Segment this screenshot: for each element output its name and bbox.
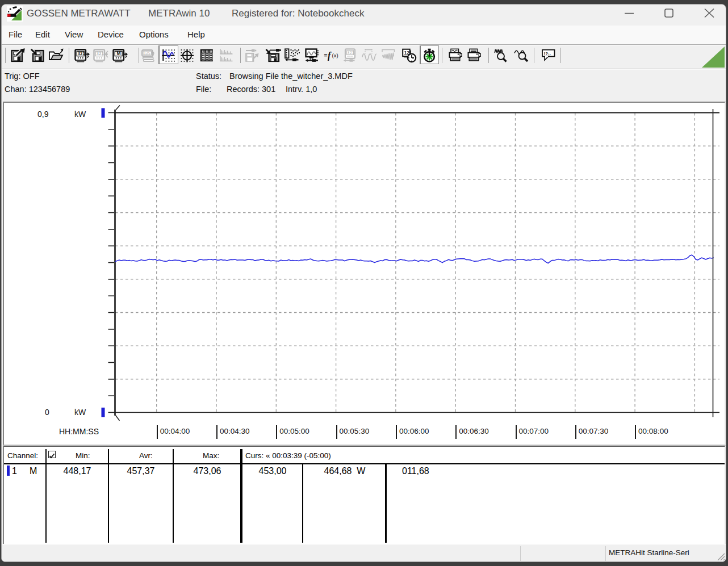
xy-view-button[interactable] bbox=[179, 48, 194, 63]
x-tick-00-05-30: 00:05:30 bbox=[336, 425, 370, 439]
toolbar-separator bbox=[442, 48, 442, 63]
file-interval: Intrv. 1,0 bbox=[286, 85, 317, 94]
menu-file[interactable]: File bbox=[9, 30, 22, 39]
desktop-background: GOSSEN METRAWATT METRAwin 10 Registered … bbox=[0, 0, 728, 566]
yt-chart-view-button[interactable] bbox=[161, 48, 175, 63]
cursor2-value: 464,68 bbox=[324, 466, 352, 476]
channel-mode: M bbox=[30, 466, 37, 476]
save-import-button[interactable] bbox=[30, 48, 44, 63]
trigger-value: OFF bbox=[23, 72, 40, 81]
y-axis-ticks bbox=[108, 113, 115, 413]
absolute-time-button[interactable]: 12 bbox=[401, 48, 417, 63]
app-brand: GOSSEN METRAWATT bbox=[27, 8, 131, 19]
channel-row-marker bbox=[7, 466, 10, 476]
device-settings-button[interactable]: 321 bbox=[342, 48, 357, 63]
histogram-view-button[interactable] bbox=[219, 48, 233, 63]
statusbar-divider bbox=[520, 546, 521, 561]
channel-number: 1 bbox=[12, 466, 17, 476]
cell-cursor1: 453,00 bbox=[242, 466, 303, 476]
channel-marker-top bbox=[102, 108, 105, 118]
resize-grip[interactable] bbox=[716, 552, 726, 561]
menu-device[interactable]: Device bbox=[98, 30, 124, 39]
svg-text:321: 321 bbox=[348, 51, 354, 55]
damped-wave-button[interactable] bbox=[380, 48, 396, 63]
channel-settings-button[interactable] bbox=[284, 48, 301, 63]
x-tick-label: 00:08:00 bbox=[638, 427, 668, 435]
file-status-value: Browsing File the_witcher_3.MDF bbox=[229, 72, 353, 81]
zoom-out-time-button[interactable] bbox=[513, 48, 528, 63]
relative-time-button[interactable] bbox=[422, 48, 437, 63]
menu-help[interactable]: Help bbox=[187, 30, 205, 39]
x-tick-00-04-00: 00:04:00 bbox=[157, 425, 190, 439]
cell-max: 473,06 bbox=[173, 466, 241, 476]
column-header-avr: Avr: bbox=[139, 451, 153, 460]
toolbar-separator bbox=[240, 48, 241, 63]
toolbar-separator bbox=[5, 48, 6, 63]
file-status-label: Status: bbox=[196, 72, 221, 81]
acquisition-status-panel bbox=[2, 69, 726, 101]
connected-device: METRAHit Starline-Seri bbox=[609, 548, 689, 557]
read-memory-button[interactable]: M bbox=[112, 48, 128, 63]
print-data-button[interactable] bbox=[467, 48, 482, 63]
x-tick-00-07-30: 00:07:30 bbox=[575, 425, 609, 439]
zoom-in-time-button[interactable] bbox=[493, 48, 508, 63]
print-chart-button[interactable] bbox=[448, 48, 463, 63]
channel-visible-checkbox[interactable] bbox=[48, 451, 56, 458]
x-tick-label: 00:05:30 bbox=[340, 427, 370, 435]
x-tick-label: 00:06:00 bbox=[399, 427, 429, 435]
file-label: File: bbox=[196, 85, 211, 94]
toolbar-separator bbox=[488, 48, 489, 63]
svg-text:(x): (x) bbox=[332, 52, 338, 58]
cell-cursor-delta: 011,68 bbox=[402, 466, 429, 476]
cell-cursor2: 464,68 W bbox=[304, 466, 386, 476]
x-tick-label: 00:04:00 bbox=[160, 427, 190, 435]
trigger-label: Trig: bbox=[5, 72, 20, 81]
x-tick-00-08-00: 00:08:00 bbox=[635, 425, 668, 439]
write-device-button[interactable]: 321 bbox=[93, 48, 109, 63]
cell-min: 448,17 bbox=[46, 466, 108, 476]
x-tick-00-05-00: 00:05:00 bbox=[276, 425, 309, 439]
menu-view[interactable]: View bbox=[65, 30, 83, 39]
record-to-file-button[interactable] bbox=[265, 48, 282, 63]
registered-for: Registered for: Notebookcheck bbox=[232, 8, 364, 19]
chart-plot[interactable] bbox=[4, 103, 725, 445]
brand-corner-triangle bbox=[702, 47, 725, 68]
toolbar-separator bbox=[139, 48, 139, 63]
statusbar-divider bbox=[605, 546, 606, 561]
x-tick-00-04-30: 00:04:30 bbox=[216, 425, 250, 439]
toolbar-separator bbox=[560, 48, 561, 63]
channels-label: Chan: bbox=[5, 85, 27, 94]
toolbar-separator bbox=[69, 48, 69, 63]
close-button[interactable] bbox=[703, 7, 716, 19]
x-tick-00-06-30: 00:06:30 bbox=[455, 425, 489, 439]
minimize-button[interactable] bbox=[623, 7, 635, 19]
export-file-button[interactable] bbox=[245, 48, 260, 63]
x-tick-label: 00:04:30 bbox=[220, 427, 250, 435]
notes-button[interactable]: !?:. bbox=[541, 48, 556, 63]
menu-edit[interactable]: Edit bbox=[35, 30, 50, 39]
save-export-button[interactable] bbox=[11, 48, 26, 63]
svg-text:M: M bbox=[117, 51, 121, 56]
x-tick-label: 00:07:30 bbox=[579, 427, 609, 435]
app-window: GOSSEN METRAWATT METRAwin 10 Registered … bbox=[1, 4, 726, 562]
x-tick-label: 00:06:30 bbox=[459, 427, 489, 435]
measurement-table bbox=[3, 446, 726, 544]
channels-value: 123456789 bbox=[29, 85, 70, 94]
formula-button[interactable]: = f (x) bbox=[324, 48, 340, 63]
menu-options[interactable]: Options bbox=[139, 30, 169, 39]
x-tick-00-07-00: 00:07:00 bbox=[516, 425, 549, 439]
live-display-button[interactable] bbox=[304, 48, 321, 63]
table-header-underline bbox=[4, 463, 725, 464]
table-view-button[interactable] bbox=[199, 48, 214, 63]
svg-text:321: 321 bbox=[96, 51, 104, 56]
open-file-button[interactable] bbox=[48, 48, 65, 63]
channel-marker-bottom bbox=[102, 408, 105, 417]
maximize-button[interactable] bbox=[663, 7, 675, 19]
read-device-button[interactable]: 321 bbox=[74, 48, 90, 63]
numeric-view-button[interactable]: 1257 bbox=[141, 48, 156, 63]
sine-cursors-button[interactable] bbox=[361, 48, 378, 63]
x-tick-label: 00:07:00 bbox=[519, 427, 549, 435]
svg-text:=: = bbox=[324, 52, 328, 58]
cell-avr: 457,37 bbox=[108, 466, 173, 476]
measurement-trace bbox=[115, 255, 714, 263]
